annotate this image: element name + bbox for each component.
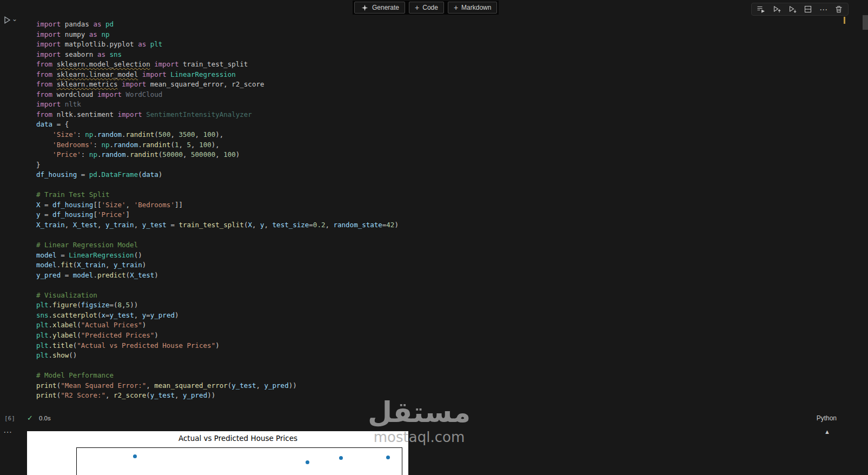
code-line[interactable]: from nltk.sentiment import SentimentInte… (36, 110, 399, 120)
execute-above-icon[interactable] (772, 5, 781, 14)
add-markdown-button-label: Markdown (461, 4, 491, 11)
chart-title: Actual vs Predicted House Prices (70, 434, 406, 443)
execute-below-icon[interactable] (788, 5, 797, 14)
code-line[interactable]: plt.ylabel("Predicted Prices") (36, 331, 399, 341)
play-icon (3, 16, 11, 24)
code-line[interactable]: from sklearn.linear_model import LinearR… (36, 70, 399, 80)
code-line[interactable]: } (36, 160, 399, 170)
code-line[interactable]: 'Price': np.random.randint(50000, 500000… (36, 150, 399, 160)
execution-count: [6] (4, 415, 15, 422)
success-check-icon: ✓ (27, 414, 33, 422)
code-line[interactable]: plt.figure(figsize=(8,5)) (36, 300, 399, 311)
add-markdown-cell-button[interactable]: + Markdown (448, 2, 498, 14)
generate-button[interactable]: Generate (354, 2, 405, 14)
chevron-down-icon: ⌄ (12, 15, 17, 23)
code-line[interactable] (36, 361, 399, 371)
code-line[interactable]: # Visualization (36, 291, 399, 301)
output-more-actions-icon[interactable]: ⋯ (3, 427, 12, 437)
code-line[interactable]: plt.xlabel("Actual Prices") (36, 320, 399, 331)
split-cell-icon[interactable] (804, 5, 812, 14)
code-line[interactable]: model.fit(X_train, y_train) (36, 260, 399, 271)
code-line[interactable]: model = LinearRegression() (36, 250, 399, 261)
code-line[interactable]: from sklearn.metrics import mean_squared… (36, 80, 399, 90)
code-line[interactable]: import pandas as pd (36, 19, 399, 30)
overview-ruler-warning-marker (844, 17, 845, 24)
code-line[interactable] (36, 230, 399, 240)
sparkle-icon (360, 3, 369, 12)
code-line[interactable]: import matplotlib.pyplot as plt (36, 39, 399, 50)
scrollbar-thumb[interactable] (863, 15, 868, 30)
code-line[interactable]: y_pred = model.predict(X_test) (36, 271, 399, 281)
run-cells-section-icon[interactable] (757, 5, 765, 14)
cell-actions-toolbar: ⋯ (751, 3, 849, 16)
plus-icon: + (415, 4, 419, 11)
run-cell-button[interactable]: ⌄ (3, 16, 17, 24)
scatter-point (339, 456, 343, 460)
code-line[interactable]: 'Bedrooms': np.random.randint(1, 5, 100)… (36, 140, 399, 150)
scatter-point (133, 454, 137, 458)
code-editor[interactable]: import pandas as pdimport numpy as npimp… (36, 19, 399, 401)
code-line[interactable]: sns.scatterplot(x=y_test, y=y_pred) (36, 311, 399, 321)
code-line[interactable]: # Linear Regression Model (36, 240, 399, 250)
code-line[interactable]: data = { (36, 120, 399, 130)
chart-axes (76, 447, 402, 475)
code-line[interactable]: from wordcloud import WordCloud (36, 90, 399, 100)
code-line[interactable]: plt.show() (36, 351, 399, 361)
code-line[interactable] (36, 280, 399, 291)
code-line[interactable]: y = df_housing['Price'] (36, 210, 399, 220)
code-line[interactable]: 'Size': np.random.randint(500, 3500, 100… (36, 130, 399, 140)
scatter-point (306, 460, 309, 464)
delete-cell-icon[interactable] (834, 5, 843, 14)
code-line[interactable]: import numpy as np (36, 30, 399, 40)
cell-language-picker[interactable]: Python (817, 414, 837, 422)
execution-time: 0.0s (39, 415, 51, 421)
notebook-toolbar-center: Generate + Code + Markdown (353, 1, 499, 15)
add-code-button-label: Code (422, 4, 438, 11)
code-line[interactable] (36, 180, 399, 190)
code-line[interactable]: # Train Test Split (36, 190, 399, 200)
code-line[interactable]: print("R2 Score:", r2_score(y_test, y_pr… (36, 391, 399, 401)
code-line[interactable]: X_train, X_test, y_train, y_test = train… (36, 220, 399, 230)
code-line[interactable]: from sklearn.model_selection import trai… (36, 60, 399, 70)
add-code-cell-button[interactable]: + Code (409, 2, 444, 14)
cell-output-chart: Actual vs Predicted House Prices (27, 431, 408, 475)
code-line[interactable]: plt.title("Actual vs Predicted House Pri… (36, 341, 399, 351)
code-line[interactable]: print("Mean Squared Error:", mean_square… (36, 381, 399, 391)
scatter-point (386, 456, 390, 459)
code-line[interactable]: df_housing = pd.DataFrame(data) (36, 170, 399, 180)
notebook-toolbar: Generate + Code + Markdown ⋯ (0, 0, 868, 15)
generate-button-label: Generate (372, 4, 399, 11)
plus-icon: + (454, 4, 458, 11)
code-line[interactable]: import seaborn as sns (36, 50, 399, 60)
more-actions-icon[interactable]: ⋯ (819, 5, 827, 14)
scroll-up-icon[interactable]: ▲ (824, 428, 830, 435)
code-line[interactable]: X = df_housing[['Size', 'Bedrooms']] (36, 200, 399, 210)
code-line[interactable]: # Model Performance (36, 371, 399, 381)
code-line[interactable]: import nltk (36, 100, 399, 110)
